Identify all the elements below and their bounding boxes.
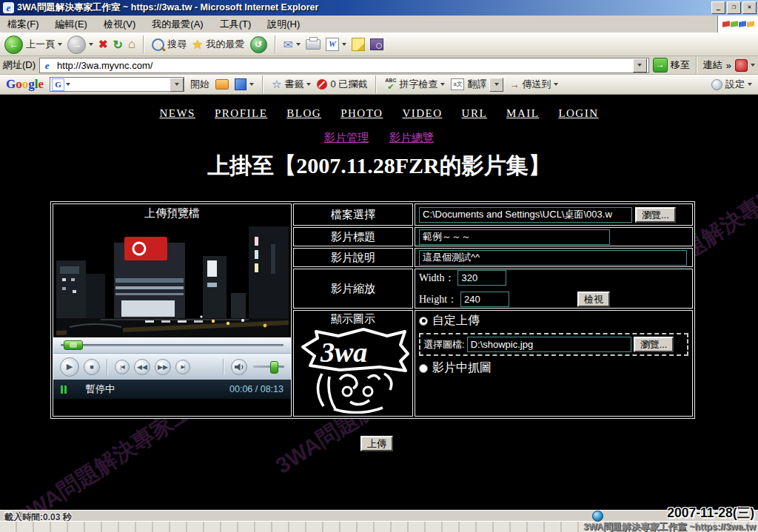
refresh-button[interactable]: ↻ [113,38,123,52]
spellcheck-button[interactable]: ABC✔ 拼字檢查 [385,78,445,91]
mail-icon: ✉ [284,38,293,52]
nav-video[interactable]: VIDEO [402,107,442,119]
go-button[interactable]: → 移至 [653,58,690,73]
sendto-icon: → [509,79,519,90]
nav-profile[interactable]: PROFILE [215,107,267,119]
file-path-input[interactable] [419,207,632,223]
radio-custom-upload[interactable]: 自定上傳 [419,313,480,329]
fast-forward-button[interactable]: ▶▶ [155,359,171,375]
upload-button[interactable]: 上傳 [360,436,393,451]
popup-blocker-icon [317,79,327,90]
back-button[interactable]: ← 上一頁 [4,36,62,54]
height-input[interactable] [460,292,509,307]
subnav-overview[interactable]: 影片總覽 [389,132,434,144]
bookmarks-button[interactable]: ☆ 書籤 [272,78,311,91]
gsearch-dropdown-button[interactable] [170,78,184,92]
address-bar: 網址(D) e → 移至 連結 » [0,56,758,75]
window-title: 3WA問題解決專家工作室 ~ https://3wa.tw - Microsof… [17,1,710,14]
wallet-icon[interactable] [215,79,229,90]
width-label: Width： [419,272,455,285]
menu-help[interactable]: 說明(H) [267,18,300,31]
back-dropdown-icon[interactable] [58,43,62,46]
pick-image-input[interactable] [467,337,631,352]
stop-button[interactable]: ✖ [98,38,108,51]
extensions-dropdown-icon[interactable] [249,83,254,86]
menu-edit[interactable]: 編輯(E) [56,18,87,31]
nav-photo[interactable]: PHOTO [341,107,383,119]
adobe-pdf-button[interactable] [735,59,755,72]
print-button[interactable] [306,39,321,50]
title-bar: e 3WA問題解決專家工作室 ~ https://3wa.tw - Micros… [0,0,758,16]
mail-button[interactable]: ✉ [284,38,301,52]
home-button[interactable]: ⌂ [128,37,135,52]
subnav-manage[interactable]: 影片管理 [324,132,369,144]
pick-browse-button[interactable]: 瀏覽... [634,337,674,352]
nav-login[interactable]: LOGIN [558,107,598,119]
favorites-button[interactable]: ★ 我的最愛 [192,37,244,53]
file-browse-button[interactable]: 瀏覽... [635,207,676,223]
word-dropdown-icon[interactable] [342,43,346,46]
rewind-button[interactable]: ◀◀ [134,359,150,375]
video-title-input[interactable] [419,229,610,245]
nav-news[interactable]: NEWS [159,107,195,119]
view-button[interactable]: 檢視 [577,292,610,307]
nav-mail[interactable]: MAIL [506,107,539,119]
links-label[interactable]: 連結 [703,58,722,72]
bookmarks-dropdown-icon[interactable] [306,83,311,86]
discuss-note-icon[interactable] [352,38,365,51]
menu-view[interactable]: 檢視(V) [104,18,135,31]
nav-blog[interactable]: BLOG [286,107,321,119]
history-button[interactable]: ↺ [250,36,267,53]
restore-button[interactable]: ❐ [727,1,741,14]
menu-tools[interactable]: 工具(T) [220,18,252,31]
spellcheck-dropdown-icon[interactable] [440,83,445,86]
seek-bar[interactable] [53,337,291,354]
width-input[interactable] [457,270,506,286]
video-desc-input[interactable] [419,250,687,266]
volume-thumb[interactable] [270,361,278,374]
sendto-dropdown-icon[interactable] [554,83,558,86]
settings-dropdown-icon[interactable] [748,83,752,86]
settings-button[interactable]: 設定 [711,78,752,91]
search-button[interactable]: 搜尋 [152,38,187,51]
nav-url[interactable]: URL [462,107,488,119]
ie-icon: e [3,2,14,13]
popup-blocker-button[interactable]: 0 已攔截 [317,78,367,91]
spellcheck-icon: ABC✔ [385,78,396,91]
url-dropdown-button[interactable] [633,58,647,73]
url-input[interactable] [56,59,630,72]
sendto-button[interactable]: → 傳送到 [509,78,558,91]
previous-button[interactable]: |◀ [115,360,130,374]
radio-capture-frame[interactable]: 影片中抓圖 [419,360,492,376]
google-start-button[interactable]: 開始 [190,78,209,91]
radio-custom-label: 自定上傳 [432,313,480,329]
menu-file[interactable]: 檔案(F) [7,18,39,31]
pdf-dropdown-icon[interactable] [751,64,755,67]
separator [262,75,264,93]
radio-unselected-icon[interactable] [419,364,428,373]
close-button[interactable]: ✕ [742,1,757,14]
volume-slider[interactable] [253,366,284,368]
links-chevron-icon[interactable]: » [726,60,731,71]
upload-form-table: 上傳預覽檔 [50,201,695,419]
g-dropdown-icon[interactable] [66,83,70,86]
minimize-button[interactable]: _ [711,1,725,14]
forward-dropdown-icon[interactable] [89,43,93,46]
menu-favorites[interactable]: 我的最愛(A) [152,18,203,31]
play-button[interactable]: ▶ [60,357,79,377]
radio-selected-icon[interactable] [419,317,428,326]
pick-image-group: 選擇圖檔: 瀏覽... [419,333,688,356]
forward-button[interactable]: → [67,36,93,54]
translate-button[interactable]: a文 翻譯 [451,78,503,92]
next-button[interactable]: ▶| [175,360,190,374]
edit-with-word-button[interactable]: W [326,38,346,51]
stop-playback-button[interactable]: ■ [84,359,100,375]
mute-button[interactable] [231,359,247,375]
research-icon[interactable] [370,38,383,50]
extensions-button[interactable] [235,78,254,90]
translate-dropdown-button[interactable] [489,78,503,92]
3wa-doodle-image: 3wa [297,326,409,414]
google-search-box[interactable]: G [50,77,184,92]
mail-dropdown-icon[interactable] [296,43,301,46]
seek-thumb[interactable] [64,340,83,350]
